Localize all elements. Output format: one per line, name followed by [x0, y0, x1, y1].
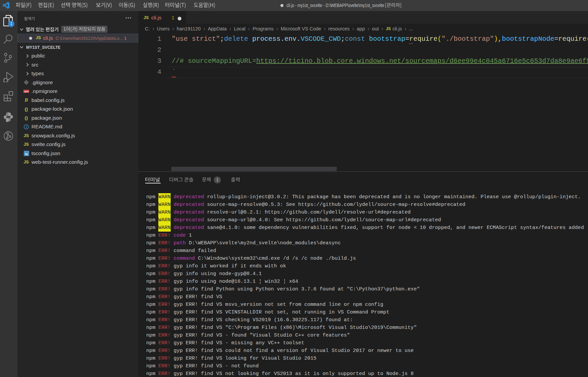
svg-text:ts: ts [25, 152, 27, 155]
svg-text:npm: npm [24, 90, 29, 93]
